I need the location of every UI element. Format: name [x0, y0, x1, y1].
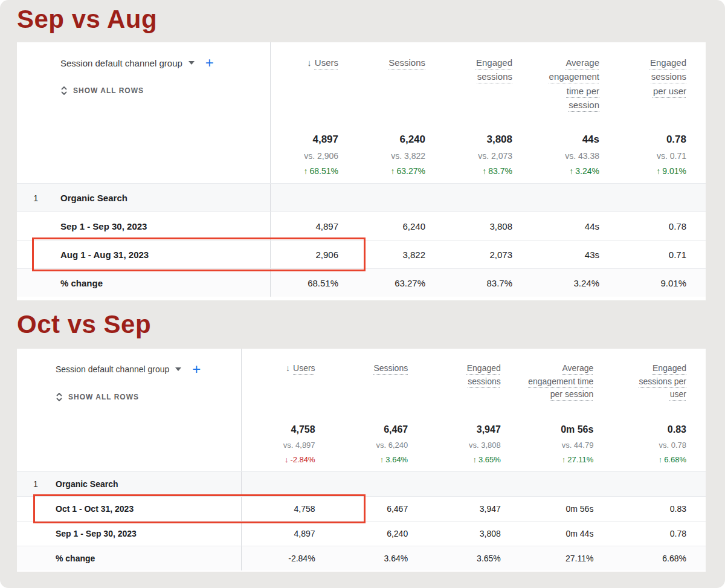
cell-value: 0m 44s — [520, 529, 613, 538]
summary-avg-engagement-time: 44s vs. 43.38 ↑3.24% — [565, 134, 599, 176]
row-label-cell: Sep 1 - Sep 30, 2023 — [17, 522, 242, 546]
row-values: 4,897 6,240 3,808 0m 44s 0.78 — [242, 522, 706, 546]
cell-value: 68.51% — [271, 278, 358, 288]
change-up-icon: ↑ — [380, 455, 384, 464]
row-label: Sep 1 - Sep 30, 2023 — [60, 221, 147, 231]
metric-headers: ↓ Users 4,897 vs. 2,906 ↑68.51% Sessions… — [271, 42, 706, 183]
sort-descending-icon: ↓ — [286, 362, 290, 375]
summary-vs: vs. 2,906 — [304, 151, 338, 161]
change-up-icon: ↑ — [562, 455, 566, 464]
column-header-label: Engaged sessions per user — [625, 362, 686, 401]
row-values: -2.84% 3.64% 3.65% 27.11% 6.68% — [242, 546, 706, 570]
table-row-organic-search: 1 Organic Search — [17, 471, 706, 496]
column-header-avg-engagement-time[interactable]: Average engagement time per session — [535, 56, 599, 112]
row-values: 4,758 6,467 3,947 0m 56s 0.83 — [242, 497, 706, 521]
summary-vs: vs. 3,822 — [391, 151, 425, 161]
summary-vs: vs. 0.78 — [659, 441, 686, 450]
cell-value: 3,808 — [445, 221, 532, 231]
row-label-cell: 1 Organic Search — [17, 472, 242, 496]
summary-change: ↑68.51% — [304, 166, 338, 176]
metric-col-sessions: Sessions 6,240 vs. 3,822 ↑63.27% — [358, 42, 445, 183]
show-all-rows-button[interactable]: SHOW ALL ROWS — [56, 392, 241, 402]
metric-col-users: ↓ Users 4,897 vs. 2,906 ↑68.51% — [271, 42, 358, 183]
table-row-percent-change: % change -2.84% 3.64% 3.65% 27.11% 6.68% — [17, 546, 706, 570]
add-dimension-button[interactable]: + — [192, 363, 201, 375]
summary-engaged-sessions: 3,947 vs. 3,808 ↑3.65% — [469, 424, 501, 464]
column-header-label: Users — [315, 56, 338, 69]
row-label-cell: Aug 1 - Aug 31, 2023 — [17, 241, 271, 268]
summary-vs: vs. 6,240 — [376, 441, 408, 450]
column-header-label: Engaged sessions per user — [638, 56, 686, 98]
column-header-users[interactable]: ↓ Users — [286, 362, 315, 375]
show-all-rows-label: SHOW ALL ROWS — [68, 393, 139, 401]
metric-col-engaged-sessions-per-user: Engaged sessions per user 0.83 vs. 0.78 … — [613, 349, 706, 471]
summary-engaged-sessions-per-user: 0.83 vs. 0.78 ↑6.68% — [659, 424, 686, 464]
section-title-oct-vs-sep: Oct vs Sep — [17, 310, 725, 339]
column-header-sessions[interactable]: Sessions — [388, 56, 425, 69]
table-row-percent-change: % change 68.51% 63.27% 83.7% 3.24% 9.01% — [17, 268, 706, 297]
column-header-avg-engagement-time[interactable]: Average engagement time per session — [524, 362, 593, 401]
column-header-label: Sessions — [388, 56, 425, 69]
show-all-rows-button[interactable]: SHOW ALL ROWS — [60, 86, 270, 95]
summary-change: ↑3.64% — [380, 455, 408, 464]
column-header-engaged-sessions-per-user[interactable]: Engaged sessions per user — [625, 362, 686, 401]
cell-value: 4,758 — [242, 504, 335, 514]
column-header-label: Average engagement time per session — [524, 362, 593, 401]
summary-vs: vs. 0.71 — [657, 151, 686, 161]
table-header: Session default channel group + SHOW ALL… — [17, 42, 706, 183]
cell-value: 4,897 — [271, 221, 358, 231]
change-up-icon: ↑ — [482, 166, 486, 176]
summary-sessions: 6,467 vs. 6,240 ↑3.64% — [376, 424, 408, 464]
row-label: % change — [60, 278, 103, 288]
row-label: Organic Search — [56, 479, 118, 489]
cell-value: 0.78 — [613, 529, 706, 538]
metric-headers: ↓ Users 4,758 vs. 4,897 ↓-2.84% Sessions… — [242, 349, 706, 471]
column-header-engaged-sessions[interactable]: Engaged sessions — [457, 362, 501, 388]
dimension-dropdown[interactable]: Session default channel group + — [56, 363, 241, 375]
cell-value: 3,947 — [427, 504, 520, 514]
change-up-icon: ↑ — [472, 455, 477, 464]
dimension-dropdown-label: Session default channel group — [56, 364, 169, 374]
row-label-cell: 1 Organic Search — [17, 184, 271, 212]
metric-col-avg-engagement-time: Average engagement time per session 44s … — [532, 42, 619, 183]
cell-value: 3,822 — [358, 250, 445, 260]
cell-value: 0.83 — [613, 504, 706, 514]
summary-change: ↓-2.84% — [285, 455, 315, 464]
row-label: Oct 1 - Oct 31, 2023 — [56, 504, 134, 514]
cell-value: 44s — [532, 221, 619, 231]
summary-change: ↑27.11% — [562, 455, 594, 464]
cell-value: 9.01% — [619, 278, 706, 288]
change-up-icon: ↑ — [569, 166, 573, 176]
change-up-icon: ↑ — [391, 166, 395, 176]
cell-value: 63.27% — [358, 278, 445, 288]
column-header-label: Sessions — [373, 362, 408, 375]
row-label-cell: Sep 1 - Sep 30, 2023 — [17, 212, 271, 240]
dimension-dropdown[interactable]: Session default channel group + — [60, 57, 270, 69]
row-label: % change — [56, 554, 95, 563]
summary-sessions: 6,240 vs. 3,822 ↑63.27% — [391, 134, 425, 176]
summary-change: ↑6.68% — [659, 455, 686, 464]
add-dimension-button[interactable]: + — [205, 57, 214, 69]
summary-value: 6,467 — [384, 424, 408, 435]
row-values: 2,906 3,822 2,073 43s 0.71 — [271, 241, 706, 268]
summary-value: 4,897 — [312, 134, 338, 146]
summary-engaged-sessions: 3,808 vs. 2,073 ↑83.7% — [478, 134, 512, 176]
summary-value: 0.83 — [668, 424, 686, 435]
column-header-users[interactable]: ↓ Users — [307, 56, 338, 69]
cell-value: 6,467 — [335, 504, 428, 514]
column-header-sessions[interactable]: Sessions — [373, 362, 408, 375]
cell-value: 3.65% — [427, 554, 520, 563]
column-header-engaged-sessions-per-user[interactable]: Engaged sessions per user — [638, 56, 686, 98]
summary-value: 0m 56s — [561, 424, 593, 435]
summary-users: 4,897 vs. 2,906 ↑68.51% — [304, 134, 338, 176]
column-header-engaged-sessions[interactable]: Engaged sessions — [469, 56, 512, 84]
change-up-icon: ↑ — [304, 166, 308, 176]
analytics-table-oct-vs-sep: Session default channel group + SHOW ALL… — [17, 349, 706, 572]
summary-vs: vs. 44.79 — [562, 441, 594, 450]
summary-vs: vs. 4,897 — [283, 441, 315, 450]
column-header-label: Engaged sessions — [457, 362, 501, 388]
row-label: Organic Search — [60, 193, 127, 203]
change-down-icon: ↓ — [285, 455, 289, 464]
cell-value: 43s — [532, 250, 619, 260]
summary-value: 4,758 — [291, 424, 315, 435]
